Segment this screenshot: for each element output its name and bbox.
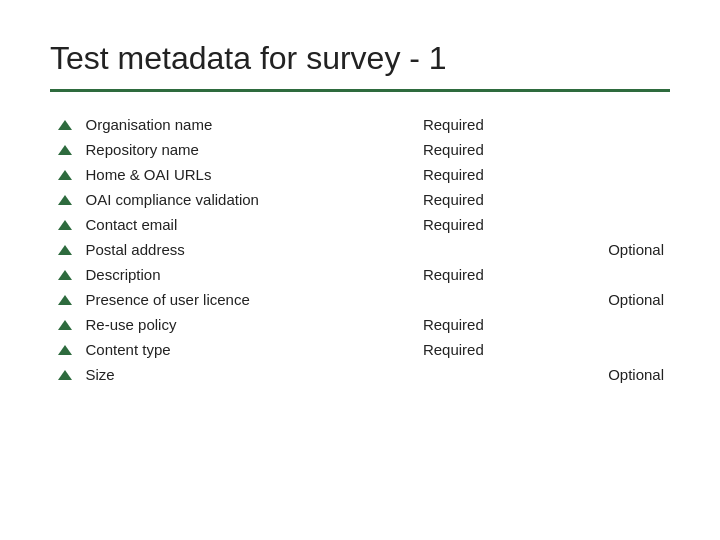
row-status-required: Required (417, 187, 544, 212)
triangle-icon (50, 362, 80, 387)
row-status-required: Required (417, 212, 544, 237)
row-status-required: Required (417, 262, 544, 287)
page-title: Test metadata for survey - 1 (50, 40, 670, 77)
table-row: DescriptionRequired (50, 262, 670, 287)
triangle-icon (50, 237, 80, 262)
row-status-required: Required (417, 337, 544, 362)
table-row: Postal addressOptional (50, 237, 670, 262)
triangle-icon (50, 162, 80, 187)
row-label: OAI compliance validation (80, 187, 417, 212)
row-status-optional: Optional (543, 237, 670, 262)
row-label: Contact email (80, 212, 417, 237)
row-label: Presence of user licence (80, 287, 417, 312)
table-row: Repository nameRequired (50, 137, 670, 162)
row-status-optional (543, 337, 670, 362)
table-row: Organisation nameRequired (50, 112, 670, 137)
table-row: SizeOptional (50, 362, 670, 387)
row-label: Organisation name (80, 112, 417, 137)
row-status-optional (543, 212, 670, 237)
row-status-optional (543, 112, 670, 137)
row-label: Home & OAI URLs (80, 162, 417, 187)
row-status-required (417, 237, 544, 262)
row-status-required: Required (417, 312, 544, 337)
table-row: Presence of user licenceOptional (50, 287, 670, 312)
triangle-icon (50, 262, 80, 287)
row-label: Content type (80, 337, 417, 362)
row-status-required: Required (417, 137, 544, 162)
metadata-table: Organisation nameRequiredRepository name… (50, 112, 670, 387)
triangle-icon (50, 312, 80, 337)
row-status-required (417, 287, 544, 312)
triangle-icon (50, 337, 80, 362)
row-status-optional: Optional (543, 287, 670, 312)
row-status-optional: Optional (543, 362, 670, 387)
row-status-required (417, 362, 544, 387)
row-status-optional (543, 137, 670, 162)
triangle-icon (50, 137, 80, 162)
table-row: Contact emailRequired (50, 212, 670, 237)
triangle-icon (50, 212, 80, 237)
row-label: Description (80, 262, 417, 287)
row-status-required: Required (417, 162, 544, 187)
row-label: Postal address (80, 237, 417, 262)
page: Test metadata for survey - 1 Organisatio… (0, 0, 720, 540)
row-label: Repository name (80, 137, 417, 162)
divider (50, 89, 670, 92)
row-status-optional (543, 162, 670, 187)
triangle-icon (50, 187, 80, 212)
row-status-optional (543, 262, 670, 287)
table-row: Re-use policyRequired (50, 312, 670, 337)
table-row: Home & OAI URLsRequired (50, 162, 670, 187)
table-row: OAI compliance validationRequired (50, 187, 670, 212)
triangle-icon (50, 112, 80, 137)
row-label: Size (80, 362, 417, 387)
row-label: Re-use policy (80, 312, 417, 337)
row-status-optional (543, 187, 670, 212)
table-row: Content typeRequired (50, 337, 670, 362)
triangle-icon (50, 287, 80, 312)
row-status-optional (543, 312, 670, 337)
row-status-required: Required (417, 112, 544, 137)
